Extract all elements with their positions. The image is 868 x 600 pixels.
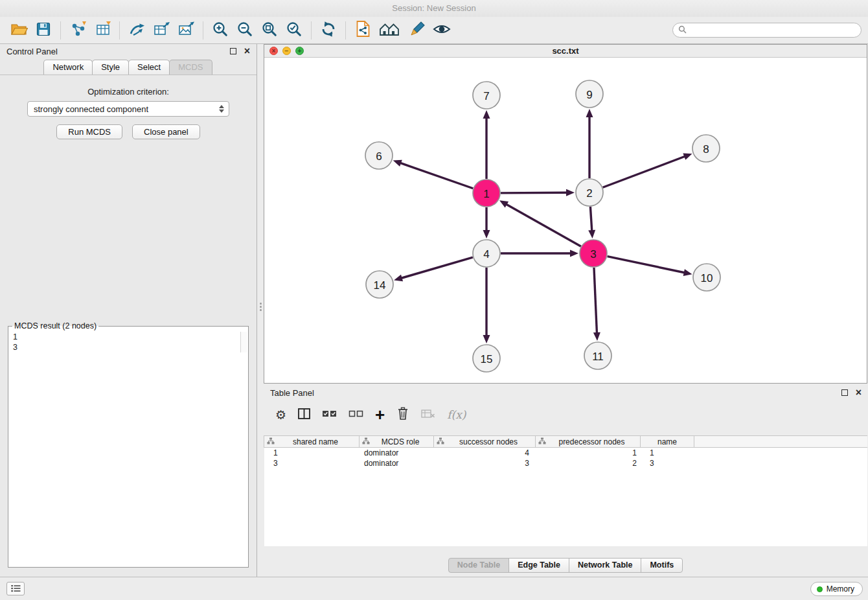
- close-panel-button[interactable]: Close panel: [132, 124, 200, 139]
- graph-edge-2-3[interactable]: [590, 207, 591, 231]
- zoom-fit-icon: [261, 21, 278, 40]
- show-columns-button[interactable]: [298, 408, 310, 422]
- close-window-icon[interactable]: ×: [269, 47, 278, 55]
- document-share-icon: [356, 20, 371, 40]
- graph-edge-4-14[interactable]: [401, 257, 473, 278]
- graph-edge-3-1[interactable]: [506, 204, 581, 247]
- panel-splitter[interactable]: [258, 301, 262, 312]
- float-table-panel-icon[interactable]: [841, 389, 848, 396]
- delete-table-button[interactable]: [421, 409, 435, 421]
- float-panel-icon[interactable]: [230, 48, 236, 54]
- save-session-button[interactable]: [33, 20, 54, 41]
- toolbar-separator: [203, 21, 203, 40]
- import-table-icon: [94, 21, 111, 40]
- export-table-button[interactable]: [151, 20, 172, 41]
- graph-edge-1-2[interactable]: [501, 192, 567, 193]
- search-input[interactable]: [687, 24, 861, 36]
- zoom-selected-button[interactable]: [284, 20, 304, 41]
- control-panel: Control Panel × Network Style Select MCD…: [0, 44, 257, 577]
- header-filler: [694, 435, 867, 448]
- zoom-in-icon: [212, 21, 229, 40]
- table-panel: Table Panel × ⚙: [264, 386, 868, 577]
- deselect-all-button[interactable]: [348, 409, 363, 421]
- mcds-result-title: MCDS result (2 nodes): [12, 321, 98, 330]
- tree-icon: [267, 437, 275, 446]
- apply-layout-button[interactable]: [318, 20, 339, 41]
- select-all-button[interactable]: [322, 409, 337, 421]
- column-header-name[interactable]: name: [640, 435, 694, 448]
- tab-motifs[interactable]: Motifs: [641, 558, 683, 573]
- optimization-criterion-select[interactable]: strongly connected component: [27, 101, 229, 117]
- save-floppy-icon: [36, 21, 51, 40]
- network-document-button[interactable]: [352, 20, 373, 41]
- edge-arrowhead-icon: [586, 109, 593, 117]
- zoom-out-button[interactable]: [234, 20, 255, 41]
- graph-node-label: 9: [586, 89, 592, 101]
- tab-select[interactable]: Select: [128, 60, 170, 75]
- mcds-result-line: 1: [8, 332, 239, 342]
- export-network-icon: [128, 21, 146, 40]
- tab-edge-table[interactable]: Edge Table: [508, 558, 569, 573]
- tab-style[interactable]: Style: [92, 60, 129, 75]
- toolbar-separator: [311, 21, 312, 40]
- graph-edge-1-6[interactable]: [400, 163, 473, 189]
- edge-arrowhead-icon: [483, 335, 490, 343]
- table-row[interactable]: 3 dominator 3 2 3: [264, 458, 867, 468]
- tab-mcds[interactable]: MCDS: [169, 60, 212, 75]
- annotation-button[interactable]: [407, 20, 428, 41]
- tree-icon: [362, 437, 370, 446]
- column-header-mcds-role[interactable]: MCDS role: [359, 435, 434, 448]
- add-column-button[interactable]: +: [375, 408, 385, 421]
- column-header-predecessor-nodes[interactable]: predecessor nodes: [535, 435, 641, 448]
- function-builder-button[interactable]: f(x): [447, 408, 466, 421]
- tree-icon: [538, 437, 546, 446]
- memory-label: Memory: [827, 584, 854, 594]
- show-graphics-details-button[interactable]: [431, 20, 452, 41]
- close-panel-icon[interactable]: ×: [244, 48, 250, 54]
- list-icon: [11, 583, 21, 595]
- graph-node-label: 1: [483, 188, 489, 200]
- import-table-button[interactable]: [92, 20, 113, 41]
- table-delete-icon: [421, 409, 435, 421]
- columns-icon: [298, 408, 310, 422]
- trash-icon: [396, 406, 409, 423]
- tab-node-table[interactable]: Node Table: [448, 558, 509, 573]
- result-scrollbar[interactable]: [240, 332, 247, 352]
- zoom-window-icon[interactable]: +: [295, 47, 304, 55]
- export-network-button[interactable]: [126, 20, 147, 41]
- graph-node-label: 6: [376, 150, 382, 163]
- export-image-icon: [177, 21, 195, 40]
- run-mcds-button[interactable]: Run MCDS: [56, 124, 122, 139]
- delete-column-button[interactable]: [396, 406, 409, 423]
- search-box[interactable]: [672, 23, 862, 38]
- edge-arrowhead-icon: [588, 230, 595, 238]
- network-canvas[interactable]: 7968124314101511: [264, 58, 867, 383]
- column-header-successor-nodes[interactable]: successor nodes: [433, 435, 536, 448]
- graph-edge-2-8[interactable]: [603, 156, 686, 187]
- memory-button[interactable]: Memory: [810, 582, 863, 596]
- tab-network[interactable]: Network: [43, 60, 93, 75]
- table-row[interactable]: 1 dominator 4 1 1: [264, 448, 867, 458]
- tab-network-table[interactable]: Network Table: [569, 558, 642, 573]
- first-neighbors-button[interactable]: [377, 20, 403, 41]
- graph-edge-3-11[interactable]: [594, 268, 597, 334]
- graph-edge-3-10[interactable]: [608, 257, 685, 273]
- column-header-shared-name[interactable]: shared name: [264, 435, 360, 448]
- edge-arrowhead-icon: [683, 269, 692, 276]
- network-graph[interactable]: 7968124314101511: [264, 58, 867, 383]
- close-table-panel-icon[interactable]: ×: [856, 389, 862, 396]
- table-settings-button[interactable]: ⚙: [275, 408, 286, 422]
- zoom-fit-button[interactable]: [259, 20, 280, 41]
- status-menu-button[interactable]: [6, 582, 25, 595]
- graph-node-label: 3: [590, 248, 596, 260]
- zoom-selected-icon: [286, 21, 303, 40]
- export-image-button[interactable]: [176, 20, 196, 41]
- edge-arrowhead-icon: [393, 160, 402, 167]
- zoom-in-button[interactable]: [210, 20, 231, 41]
- open-session-button[interactable]: [8, 20, 29, 41]
- toolbar-separator: [119, 21, 120, 40]
- import-network-icon: [69, 21, 87, 40]
- minimize-window-icon[interactable]: −: [282, 47, 291, 55]
- import-network-button[interactable]: [67, 20, 88, 41]
- graph-node-label: 10: [701, 272, 713, 284]
